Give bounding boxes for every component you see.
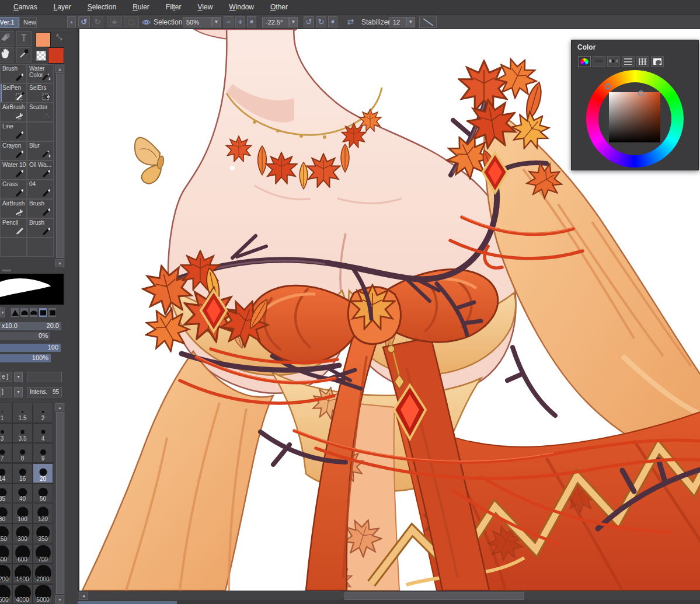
brush-size-8[interactable]: 8 [12,443,33,463]
brush-size-3[interactable]: 3 [0,423,12,443]
brush-size-300[interactable]: 300 [12,523,33,543]
brush-size-1600[interactable]: 1600 [12,564,33,584]
blend-slider[interactable]: 100% [0,354,51,362]
brush-size-14[interactable]: 14 [0,463,12,483]
primary-color-swatch[interactable] [36,32,51,47]
zoom-value-box[interactable]: 50% [183,17,212,27]
brush-size-120[interactable]: 120 [33,504,53,523]
menu-window[interactable]: Window [221,0,262,15]
menu-canvas[interactable]: Canvas [5,0,46,15]
min-size-slider[interactable]: 0% [0,332,50,340]
brush-size-3.5[interactable]: 3.5 [12,423,33,443]
tool-scatter[interactable]: Scatter [27,103,54,122]
zoom-in-button[interactable]: + [235,16,245,27]
stamp-tool-button[interactable] [0,31,13,46]
tip-shape-dome2[interactable] [29,308,38,317]
tool-list-scrollbar[interactable]: ▲ ▼ [55,64,65,267]
brush-size-1200[interactable]: 1200 [0,564,12,584]
brush-size-1.5[interactable]: 1.5 [12,403,33,423]
tool-scroll-up-button[interactable]: ▲ [55,65,64,73]
brush-size-2000[interactable]: 2000 [33,564,53,584]
zoom-reset-button[interactable]: ■ [247,16,256,27]
brush-size-35[interactable]: 35 [0,483,12,503]
brush-size-40[interactable]: 40 [12,483,33,503]
canvas-horizontal-scrollbar[interactable]: ◄ [78,591,700,600]
brush-size-100[interactable]: 100 [12,504,33,523]
brush-size-9[interactable]: 9 [33,443,53,463]
panel-scroll-up-button[interactable]: ▲ [67,16,76,27]
mode-row1-field[interactable] [27,372,62,382]
brush-size-600[interactable]: 600 [12,544,33,564]
selection-visibility-icon[interactable] [141,18,151,29]
color-tab-grid[interactable] [636,56,649,67]
brush-size-4[interactable]: 4 [33,423,53,443]
brush-size-slider[interactable]: x10.0 20.0 [0,322,61,330]
brush-size-16[interactable]: 16 [12,463,33,483]
menu-ruler[interactable]: Ruler [124,0,158,15]
line-preview-button[interactable] [419,16,437,28]
tool-scroll-thumb[interactable] [56,74,64,258]
brush-size-4000[interactable]: 4000 [12,584,33,604]
menu-selection[interactable]: Selection [79,0,124,15]
rotation-reset-button[interactable]: ■ [328,16,337,27]
color-tab-bars3[interactable] [622,56,635,67]
rotation-value-box[interactable]: -22.5° [262,17,289,27]
menu-view[interactable]: View [190,0,221,15]
stabilizer-value-box[interactable]: 12 [389,17,406,27]
flip-horizontal-button[interactable]: ⇄ [343,16,358,27]
rotate-ccw-button[interactable]: ↺ [304,16,314,27]
density-slider[interactable]: 100 [0,344,61,352]
tool-water-10[interactable]: Water 10 [0,160,27,180]
brush-size-2500[interactable]: 2500 [0,584,12,604]
size-scroll-down-button[interactable]: ▼ [55,595,64,603]
brush-size-1[interactable]: 1 [0,403,12,423]
transform-selection-button[interactable] [107,16,122,27]
brush-size-700[interactable]: 700 [33,544,53,564]
tool-brush[interactable]: Brush [0,64,27,83]
zoom-dropdown-button[interactable]: ▼ [212,17,221,27]
tool-crayon[interactable]: Crayon [0,141,27,160]
tool-selers[interactable]: SelErs [27,83,54,103]
canvas-tab-ver1[interactable]: Ver.1 [0,17,19,28]
mode-row1-dropdown[interactable]: ▼ [14,372,23,382]
brush-size-20[interactable]: 20 [33,463,53,483]
text-tool-button[interactable]: T [16,31,32,46]
menu-layer[interactable]: Layer [46,0,79,15]
hscroll-left-button[interactable]: ◄ [79,592,88,600]
mode-row2-dropdown[interactable]: ▼ [14,387,23,397]
size-scroll-thumb[interactable] [56,412,64,594]
size-scroll-up-button[interactable]: ▲ [55,403,64,411]
tool-brush[interactable]: Brush [27,218,54,238]
menu-other[interactable]: Other [262,0,296,15]
tool-water-color[interactable]: Water Color [27,64,54,83]
tool-empty-slot[interactable] [0,238,27,257]
secondary-color-swatch[interactable] [48,47,64,64]
brush-size-350[interactable]: 350 [33,523,53,543]
hand-tool-button[interactable] [0,47,13,62]
bottom-panel-scroll-thumb[interactable] [78,601,177,604]
rotate-cw-button[interactable]: ↻ [316,16,326,27]
swap-colors-icon[interactable]: ⤡ [56,33,62,42]
tip-shape-square2[interactable] [48,308,57,317]
tool-empty-slot[interactable] [27,122,54,141]
color-tab-wheel[interactable] [578,56,591,67]
panel-divider-handle[interactable] [2,270,11,271]
canvas-tab-new[interactable]: New [19,17,37,28]
brush-size-80[interactable]: 80 [0,504,12,523]
hscroll-thumb[interactable] [344,592,524,600]
zoom-out-button[interactable]: − [224,16,234,27]
tool-grass[interactable]: Grass [0,180,27,199]
brush-size-5000[interactable]: 5000 [33,584,53,604]
transparent-color-button[interactable] [36,51,46,61]
brush-size-500[interactable]: 500 [0,544,12,564]
redo-button[interactable]: ↻ [92,16,103,27]
tip-shape-dome[interactable] [20,308,29,317]
sv-marker[interactable] [638,90,644,96]
tip-shape-square[interactable] [39,308,47,317]
sv-square[interactable] [609,92,660,142]
tool-oil-wa-[interactable]: Oil Wa... [27,160,54,180]
undo-button[interactable]: ↺ [78,16,90,27]
brush-size-2[interactable]: 2 [33,403,53,423]
tool-airbrush[interactable]: AirBrush [0,103,27,122]
tool-selpen[interactable]: SelPen [0,83,27,103]
